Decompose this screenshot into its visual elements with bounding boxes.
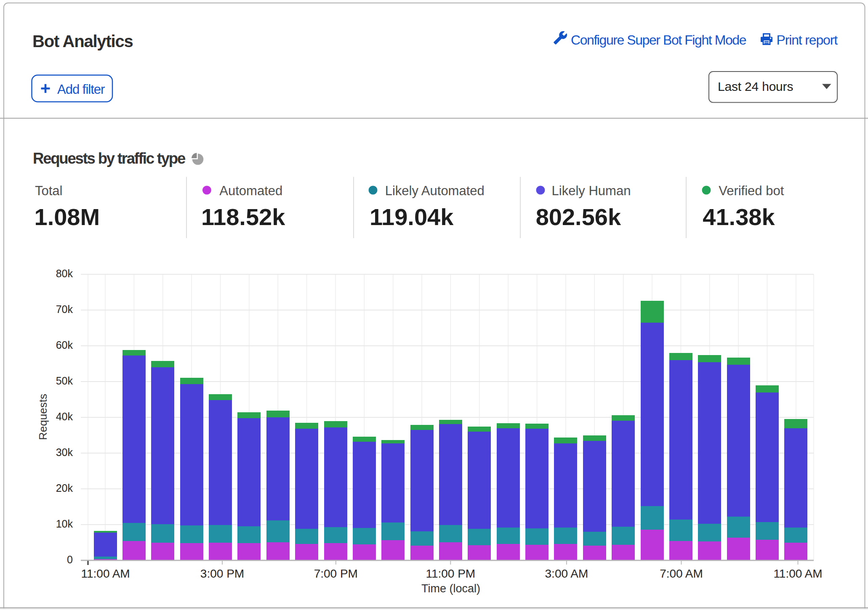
svg-text:118.52k: 118.52k xyxy=(201,204,285,230)
svg-text:7:00 AM: 7:00 AM xyxy=(660,567,703,580)
svg-text:7:00 PM: 7:00 PM xyxy=(314,567,358,580)
svg-text:Verified bot: Verified bot xyxy=(719,183,784,198)
svg-text:Configure Super Bot Fight Mode: Configure Super Bot Fight Mode xyxy=(571,32,746,48)
svg-text:40k: 40k xyxy=(56,411,73,422)
svg-text:70k: 70k xyxy=(56,303,73,315)
svg-text:30k: 30k xyxy=(56,446,73,458)
svg-text:Likely Human: Likely Human xyxy=(552,183,631,198)
svg-text:41.38k: 41.38k xyxy=(703,204,775,230)
svg-text:20k: 20k xyxy=(56,482,73,494)
svg-text:Add filter: Add filter xyxy=(57,82,105,97)
svg-text:60k: 60k xyxy=(56,339,73,351)
svg-text:11:00 AM: 11:00 AM xyxy=(81,567,130,580)
svg-text:Bot Analytics: Bot Analytics xyxy=(32,32,133,50)
svg-text:80k: 80k xyxy=(56,268,73,279)
svg-text:11:00 PM: 11:00 PM xyxy=(426,567,475,580)
svg-text:0: 0 xyxy=(67,554,73,565)
svg-text:1.08M: 1.08M xyxy=(35,204,100,230)
svg-text:Requests: Requests xyxy=(37,394,49,440)
svg-text:119.04k: 119.04k xyxy=(370,204,454,230)
svg-text:Automated: Automated xyxy=(219,183,282,198)
svg-text:Total: Total xyxy=(35,183,62,198)
svg-text:Likely Automated: Likely Automated xyxy=(385,183,485,198)
svg-text:10k: 10k xyxy=(56,518,73,530)
svg-text:Last 24 hours: Last 24 hours xyxy=(718,80,793,93)
svg-text:802.56k: 802.56k xyxy=(536,204,621,230)
svg-text:50k: 50k xyxy=(56,375,73,387)
svg-text:Print report: Print report xyxy=(777,32,838,48)
svg-text:11:00 AM: 11:00 AM xyxy=(773,567,822,580)
svg-text:3:00 AM: 3:00 AM xyxy=(545,567,588,580)
svg-text:Requests by traffic type: Requests by traffic type xyxy=(33,150,186,167)
svg-text:3:00 PM: 3:00 PM xyxy=(200,567,244,580)
svg-text:Time (local): Time (local) xyxy=(421,582,480,595)
